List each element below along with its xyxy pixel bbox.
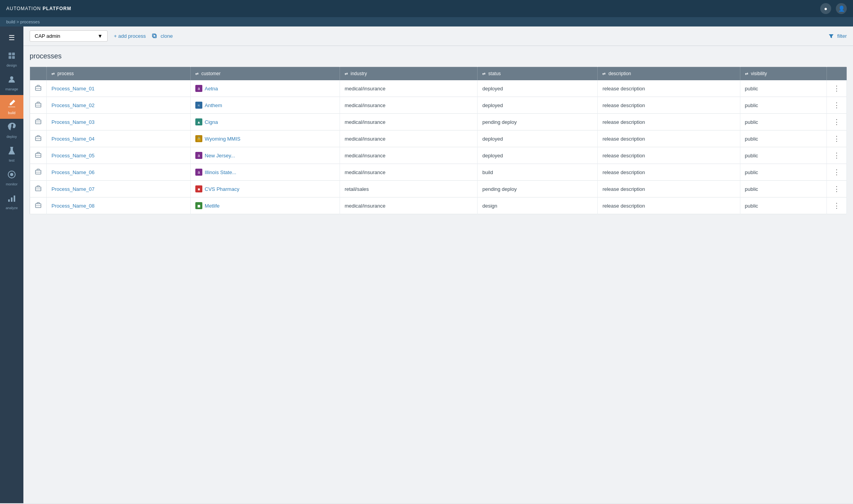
sidebar-item-analyze[interactable]: analyze	[0, 190, 23, 214]
customer-name[interactable]: Aetna	[205, 86, 218, 92]
row-icon-cell	[30, 181, 47, 197]
notifications-icon[interactable]: ●	[820, 3, 831, 14]
actions-cell[interactable]: ⋮	[827, 181, 847, 197]
svg-point-7	[10, 173, 13, 176]
table-row: Process_Name_08 ◼ Metlife medical/insura…	[30, 197, 847, 214]
filter-button[interactable]: filter	[828, 33, 847, 39]
add-process-button[interactable]: + add process	[114, 33, 146, 39]
process-link[interactable]: Process_Name_08	[51, 203, 95, 209]
sidebar-item-design[interactable]: design	[0, 48, 23, 71]
customer-name[interactable]: CVS Pharmacy	[205, 186, 239, 192]
industry-cell: medical/insurance	[340, 80, 477, 97]
col-header-industry[interactable]: ⇄ industry	[340, 67, 477, 81]
sidebar-item-manage[interactable]: manage	[0, 71, 23, 95]
row-icon-cell	[30, 114, 47, 130]
process-name-cell[interactable]: Process_Name_03	[47, 114, 191, 130]
actions-cell[interactable]: ⋮	[827, 147, 847, 164]
description-cell: release description	[598, 147, 740, 164]
more-actions-button[interactable]: ⋮	[832, 100, 842, 110]
briefcase-icon	[35, 203, 42, 210]
customer-name[interactable]: Illinois State...	[205, 169, 236, 175]
customer-avatar: a	[195, 169, 202, 176]
process-link[interactable]: Process_Name_06	[51, 169, 95, 175]
customer-avatar: ▲	[195, 118, 202, 125]
process-link[interactable]: Process_Name_01	[51, 86, 95, 92]
deploy-icon	[7, 123, 16, 133]
customer-avatar: 🔒	[195, 135, 202, 142]
briefcase-icon	[35, 119, 42, 126]
top-bar-icons: ● 👤	[820, 3, 847, 14]
customer-name[interactable]: Anthem	[205, 102, 222, 108]
process-link[interactable]: Process_Name_02	[51, 102, 95, 108]
briefcase-icon	[35, 136, 42, 143]
more-actions-button[interactable]: ⋮	[832, 151, 842, 160]
col-header-actions	[827, 67, 847, 81]
user-avatar-icon[interactable]: 👤	[836, 3, 847, 14]
customer-name[interactable]: Wyoming MMIS	[205, 136, 241, 142]
admin-select[interactable]: CAP admin ▼	[30, 30, 108, 42]
more-actions-button[interactable]: ⋮	[832, 201, 842, 210]
sidebar-item-monitor[interactable]: monitor	[0, 166, 23, 190]
more-actions-button[interactable]: ⋮	[832, 134, 842, 143]
customer-name[interactable]: New Jersey...	[205, 153, 235, 159]
svg-rect-0	[9, 53, 11, 55]
industry-cell: medical/insurance	[340, 164, 477, 181]
status-cell: pending deploy	[478, 114, 598, 130]
process-name-cell[interactable]: Process_Name_02	[47, 97, 191, 114]
process-link[interactable]: Process_Name_07	[51, 186, 95, 192]
process-name-cell[interactable]: Process_Name_07	[47, 181, 191, 197]
process-link[interactable]: Process_Name_04	[51, 136, 95, 142]
visibility-cell: public	[740, 114, 826, 130]
more-actions-button[interactable]: ⋮	[832, 184, 842, 194]
customer-cell: a Aetna	[191, 80, 340, 97]
visibility-cell: public	[740, 197, 826, 214]
industry-cell: medical/insurance	[340, 130, 477, 147]
customer-name[interactable]: Metlife	[205, 203, 219, 209]
sort-icon-industry: ⇄	[345, 72, 348, 76]
clone-button[interactable]: clone	[152, 33, 173, 39]
col-header-description[interactable]: ⇄ description	[598, 67, 740, 81]
industry-cell: medical/insurance	[340, 97, 477, 114]
design-icon	[7, 51, 16, 62]
row-icon-cell	[30, 97, 47, 114]
industry-cell: medical/insurance	[340, 197, 477, 214]
svg-rect-2	[9, 56, 11, 59]
process-name-cell[interactable]: Process_Name_04	[47, 130, 191, 147]
col-header-process[interactable]: ⇄ process	[47, 67, 191, 81]
actions-cell[interactable]: ⋮	[827, 164, 847, 181]
breadcrumb: build > processes	[0, 17, 853, 26]
sidebar-toggle[interactable]: ☰	[0, 30, 23, 46]
sidebar-item-test[interactable]: test	[0, 143, 23, 166]
more-actions-button[interactable]: ⋮	[832, 167, 842, 177]
process-name-cell[interactable]: Process_Name_05	[47, 147, 191, 164]
top-bar: AUTOMATION PLATFORM ● 👤	[0, 0, 853, 17]
actions-cell[interactable]: ⋮	[827, 97, 847, 114]
test-icon	[7, 146, 16, 157]
visibility-cell: public	[740, 130, 826, 147]
actions-cell[interactable]: ⋮	[827, 114, 847, 130]
process-link[interactable]: Process_Name_03	[51, 119, 95, 125]
more-actions-button[interactable]: ⋮	[832, 117, 842, 127]
toolbar: CAP admin ▼ + add process clone	[23, 26, 853, 46]
col-header-status[interactable]: ⇄ status	[478, 67, 598, 81]
sidebar-item-build[interactable]: build	[0, 95, 23, 119]
process-link[interactable]: Process_Name_05	[51, 153, 95, 159]
more-actions-button[interactable]: ⋮	[832, 84, 842, 93]
actions-cell[interactable]: ⋮	[827, 80, 847, 97]
col-header-visibility[interactable]: ⇄ visibility	[740, 67, 826, 81]
process-name-cell[interactable]: Process_Name_01	[47, 80, 191, 97]
svg-rect-8	[8, 199, 10, 202]
monitor-icon	[7, 170, 16, 181]
table-row: Process_Name_02 ≈ Anthem medical/insuran…	[30, 97, 847, 114]
process-name-cell[interactable]: Process_Name_06	[47, 164, 191, 181]
status-cell: design	[478, 197, 598, 214]
build-icon	[7, 99, 16, 109]
customer-name[interactable]: Cigna	[205, 119, 218, 125]
actions-cell[interactable]: ⋮	[827, 197, 847, 214]
table-row: Process_Name_03 ▲ Cigna medical/insuranc…	[30, 114, 847, 130]
actions-cell[interactable]: ⋮	[827, 130, 847, 147]
col-header-customer[interactable]: ⇄ customer	[191, 67, 340, 81]
customer-avatar: ≈	[195, 102, 202, 109]
process-name-cell[interactable]: Process_Name_08	[47, 197, 191, 214]
sidebar-item-deploy[interactable]: deploy	[0, 119, 23, 143]
